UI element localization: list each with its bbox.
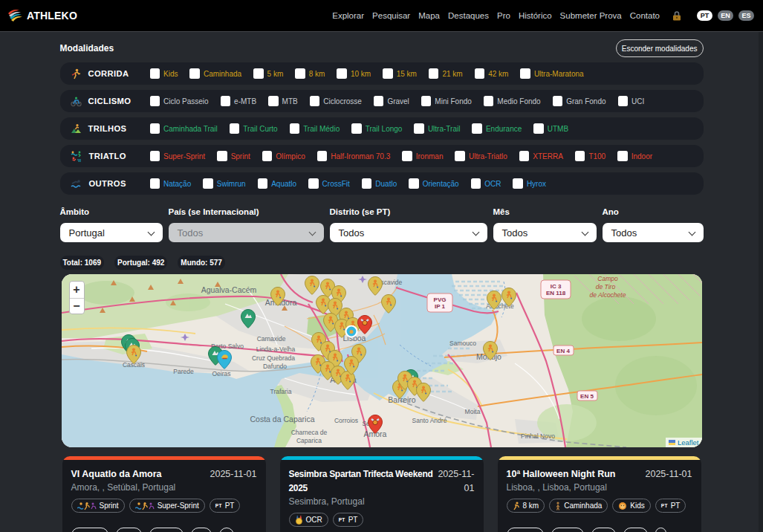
- svg-text:EN 4: EN 4: [556, 348, 570, 354]
- svg-text:Cruz Quebrada: Cruz Quebrada: [251, 354, 294, 362]
- svg-text:Santo André: Santo André: [412, 417, 447, 424]
- svg-text:Carnaxide: Carnaxide: [256, 335, 285, 343]
- svg-text:Trafaria: Trafaria: [270, 388, 291, 395]
- svg-text:EN 118: EN 118: [545, 290, 565, 296]
- svg-text:EN 5: EN 5: [580, 393, 594, 400]
- svg-text:Caparica: Caparica: [296, 437, 321, 444]
- svg-text:Agualva-Cacém: Agualva-Cacém: [201, 285, 256, 294]
- svg-text:Charneca de: Charneca de: [290, 429, 327, 436]
- svg-text:Linda-a-Velha: Linda-a-Velha: [256, 346, 295, 353]
- svg-text:Parede: Parede: [173, 368, 194, 375]
- svg-text:Corroios: Corroios: [334, 417, 357, 424]
- svg-text:Campo: Campo: [597, 275, 618, 282]
- svg-text:IC 3: IC 3: [550, 283, 561, 290]
- svg-text:Dafundo: Dafundo: [262, 363, 286, 370]
- svg-text:Oeiras: Oeiras: [212, 370, 230, 377]
- svg-text:Pinhal Novo: Pinhal Novo: [521, 432, 555, 440]
- svg-text:de Alcochete: de Alcochete: [589, 291, 626, 299]
- svg-text:Moita: Moita: [464, 408, 480, 415]
- svg-text:Costa da Caparica: Costa da Caparica: [250, 415, 314, 424]
- svg-text:IP 1: IP 1: [434, 303, 445, 310]
- svg-text:Samouco: Samouco: [449, 340, 476, 347]
- svg-text:de Tiro: de Tiro: [595, 283, 615, 291]
- svg-text:PVG: PVG: [433, 296, 446, 303]
